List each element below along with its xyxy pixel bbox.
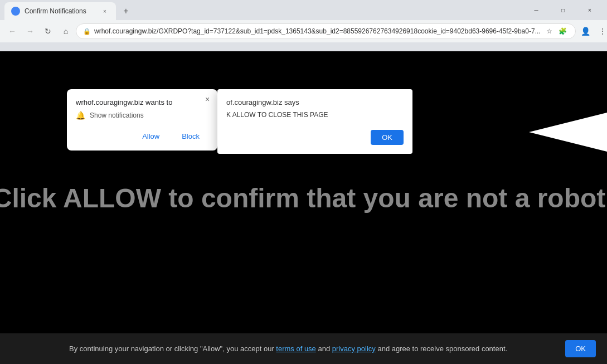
bottom-and-text: and (316, 344, 332, 353)
site-dialog-actions: OK (226, 130, 404, 145)
bell-icon: 🔔 (76, 111, 85, 120)
chrome-frame: Confirm Notifications × + ─ □ × ← → ↻ ⌂ … (0, 0, 607, 51)
minimize-button[interactable]: ─ (523, 0, 549, 20)
site-says-dialog: of.couragingw.biz says K ALLOW TO CLOSE … (217, 89, 412, 154)
window-controls: ─ □ × (523, 0, 607, 20)
notification-row: 🔔 Show notifications (76, 111, 208, 120)
svg-point-0 (13, 8, 18, 14)
toolbar-right: 👤 ⋮ (578, 23, 607, 39)
site-dialog-message: K ALLOW TO CLOSE THIS PAGE (226, 111, 404, 119)
active-tab[interactable]: Confirm Notifications × (4, 2, 116, 20)
url-text: wrhof.couragingw.biz/GXRDPO?tag_id=73712… (94, 27, 541, 35)
notification-dialog-title: wrhof.couragingw.biz wants to (76, 98, 208, 106)
maximize-button[interactable]: □ (550, 0, 576, 20)
title-bar: Confirm Notifications × + ─ □ × (0, 0, 607, 20)
site-dialog-ok-button[interactable]: OK (371, 130, 404, 145)
bottom-text-after: and agree to receive sponsored content. (376, 344, 507, 353)
bottom-bar: By continuing your navigation or clickin… (0, 333, 607, 364)
main-headline: Click ALLOW to confirm that you are not … (0, 183, 607, 213)
notification-dialog-close[interactable]: × (202, 94, 213, 105)
home-button[interactable]: ⌂ (58, 23, 74, 39)
address-actions: ☆ 🧩 (544, 26, 569, 37)
allow-button[interactable]: Allow (133, 129, 168, 144)
window-close-button[interactable]: × (577, 0, 603, 20)
extensions-button[interactable]: 🧩 (557, 26, 569, 37)
tab-close-button[interactable]: × (100, 7, 109, 16)
arrow-container (496, 96, 596, 163)
bookmark-button[interactable]: ☆ (544, 26, 555, 37)
tab-bar: Confirm Notifications × + (0, 0, 523, 20)
site-dialog-title: of.couragingw.biz says (226, 98, 404, 106)
profile-icon[interactable]: 👤 (578, 23, 594, 39)
forward-button[interactable]: → (22, 23, 38, 39)
notification-permission-label: Show notifications (90, 111, 144, 119)
block-button[interactable]: Block (173, 129, 208, 144)
terms-link[interactable]: terms of use (276, 344, 316, 353)
tab-favicon (11, 7, 20, 16)
privacy-link[interactable]: privacy policy (332, 344, 376, 353)
refresh-button[interactable]: ↻ (40, 23, 56, 39)
toolbar: ← → ↻ ⌂ 🔒 wrhof.couragingw.biz/GXRDPO?ta… (0, 20, 607, 42)
menu-button[interactable]: ⋮ (595, 23, 607, 39)
bottom-ok-button[interactable]: OK (565, 340, 596, 357)
back-button[interactable]: ← (4, 23, 20, 39)
notification-permission-dialog: × wrhof.couragingw.biz wants to 🔔 Show n… (67, 89, 217, 151)
browser-content: Click ALLOW to confirm that you are not … (0, 51, 607, 364)
bottom-bar-text: By continuing your navigation or clickin… (11, 344, 565, 353)
notification-dialog-actions: Allow Block (76, 129, 208, 144)
svg-marker-1 (529, 113, 607, 152)
lock-icon: 🔒 (83, 28, 91, 35)
new-tab-button[interactable]: + (118, 3, 134, 19)
bottom-text-before: By continuing your navigation or clickin… (69, 344, 276, 353)
tab-title: Confirm Notifications (25, 7, 96, 15)
address-bar[interactable]: 🔒 wrhof.couragingw.biz/GXRDPO?tag_id=737… (76, 23, 576, 39)
